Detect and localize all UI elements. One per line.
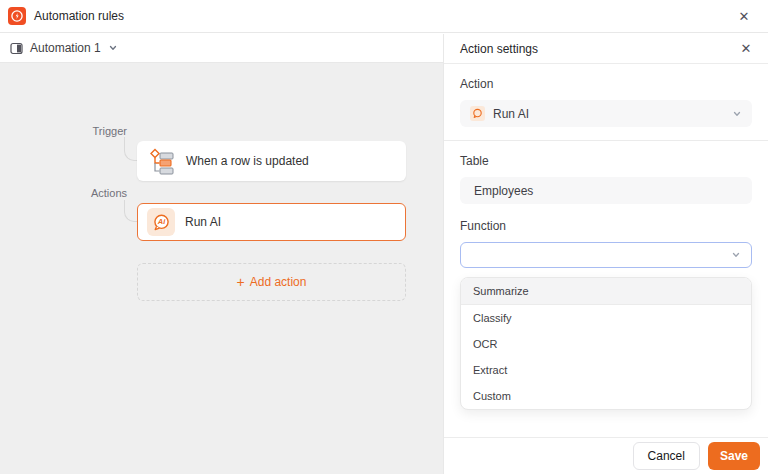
chevron-down-icon: [108, 43, 118, 53]
function-field-label: Function: [460, 219, 752, 233]
trigger-connector: [124, 137, 137, 161]
save-button[interactable]: Save: [708, 442, 760, 470]
function-options-listbox: Summarize Classify OCR Extract Custom: [460, 277, 752, 410]
table-field-label: Table: [460, 154, 752, 168]
automation-bolt-icon: [8, 7, 26, 25]
run-ai-action-card[interactable]: Ai Run AI: [137, 203, 406, 241]
add-action-label: Add action: [250, 275, 307, 289]
ai-chat-bubble-icon: Ai: [147, 208, 175, 236]
option-summarize[interactable]: Summarize: [461, 278, 751, 305]
trigger-card[interactable]: When a row is updated: [137, 141, 406, 181]
option-custom[interactable]: Custom: [461, 383, 751, 409]
automation-editor-column: Automation 1 Trigger: [0, 34, 443, 474]
table-input[interactable]: Employees: [460, 177, 752, 204]
chevron-down-icon: [732, 109, 742, 119]
action-connector: [124, 200, 137, 222]
panel-right-icon: [10, 42, 23, 55]
action-field-label: Action: [460, 77, 752, 91]
option-extract[interactable]: Extract: [461, 357, 751, 383]
close-icon[interactable]: ✕: [734, 6, 754, 26]
row-workflow-icon: [148, 147, 176, 175]
add-action-button[interactable]: + Add action: [137, 263, 406, 301]
svg-text:Ai: Ai: [156, 217, 165, 226]
action-select[interactable]: Run AI: [460, 100, 752, 127]
plus-icon: +: [237, 275, 245, 289]
chevron-down-icon: [731, 250, 741, 260]
panel-header: Action settings ✕: [444, 34, 768, 64]
option-ocr[interactable]: OCR: [461, 331, 751, 357]
ai-chat-bubble-icon-small: [470, 106, 485, 121]
function-select[interactable]: [460, 242, 752, 268]
window-title: Automation rules: [34, 9, 124, 23]
option-classify[interactable]: Classify: [461, 305, 751, 331]
panel-title: Action settings: [460, 42, 538, 56]
trigger-section-label: Trigger: [40, 125, 127, 137]
action-settings-panel: Action settings ✕ Action Run AI: [443, 34, 768, 474]
flow-canvas: Trigger When a row is updated: [0, 63, 443, 474]
actions-section-label: Actions: [40, 187, 127, 199]
action-select-value: Run AI: [493, 107, 724, 121]
action-card-label: Run AI: [185, 215, 221, 229]
automation-selector[interactable]: Automation 1: [0, 34, 443, 63]
automation-name: Automation 1: [30, 41, 101, 55]
panel-close-icon[interactable]: ✕: [736, 39, 756, 59]
panel-footer: Cancel Save: [444, 437, 768, 474]
trigger-card-label: When a row is updated: [186, 154, 309, 168]
section-divider: [444, 140, 768, 141]
title-bar: Automation rules ✕: [0, 0, 768, 33]
cancel-button[interactable]: Cancel: [633, 442, 700, 470]
automation-rules-window: Automation rules ✕ Automation 1: [0, 0, 768, 474]
